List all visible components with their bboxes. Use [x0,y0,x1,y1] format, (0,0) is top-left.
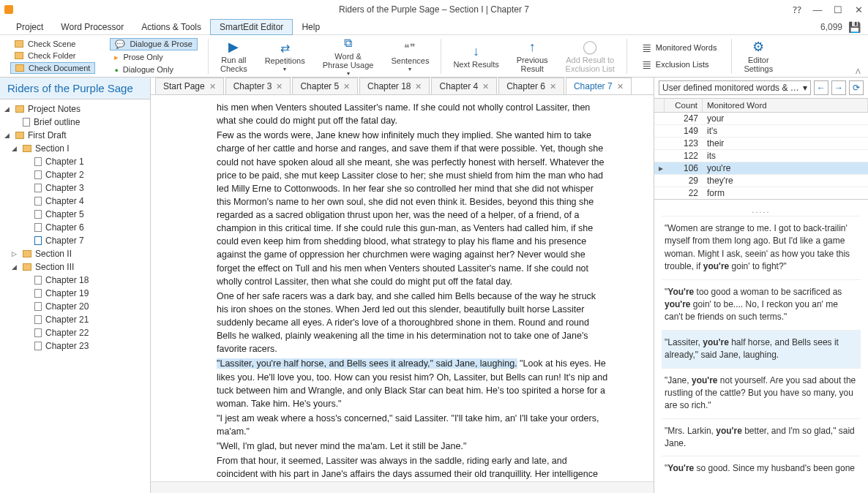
grid-row[interactable]: 22form [654,187,868,199]
tree-chapter-7[interactable]: Chapter 7 [0,234,150,247]
doc-paragraph[interactable]: his men when Venters shouted Lassiter's … [217,101,610,127]
excerpt-item[interactable]: "You're too good a woman to be sacrifice… [662,279,861,330]
tab-chapter-5[interactable]: Chapter 5✕ [292,78,358,94]
tree-chapter-4[interactable]: Chapter 4 [0,195,150,208]
project-tree: ◢Project Notes Brief outline ◢First Draf… [0,99,150,493]
tree-section-1[interactable]: ◢Section I [0,142,150,155]
dialogue-only-button[interactable]: Dialogue Only [110,64,198,75]
results-next-button[interactable]: → [831,80,846,95]
tab-chapter-18[interactable]: Chapter 18✕ [359,78,430,94]
grid-row[interactable]: 247your [654,113,868,125]
doc-paragraph[interactable]: One of her safe racers was a dark bay, a… [217,290,610,356]
editor-settings-button[interactable]: Editor Settings [738,37,779,75]
prose-icon [114,53,119,62]
tab-chapter-6[interactable]: Chapter 6✕ [498,78,564,94]
tree-chapter-1[interactable]: Chapter 1 [0,155,150,168]
grid-header-count[interactable]: Count [665,99,703,112]
tree-project-notes[interactable]: ◢Project Notes [0,102,150,116]
results-refresh-button[interactable]: ⟳ [849,80,864,95]
tree-chapter-5[interactable]: Chapter 5 [0,208,150,221]
word-phrase-usage-button[interactable]: Word & Phrase Usage▾ [317,34,380,78]
monitored-words-button[interactable]: Monitored Words [637,40,722,56]
tab-chapter-4[interactable]: Chapter 4✕ [431,78,497,94]
grid-row[interactable]: 123their [654,138,868,150]
tab-start-page[interactable]: Start Page✕ [155,78,224,94]
prose-only-button[interactable]: Prose Only [110,52,198,63]
run-all-checks-button[interactable]: Run all Checks [214,37,253,75]
grid-header-word[interactable]: Monitored Word [703,99,868,112]
exclusion-lists-button[interactable]: Exclusion Lists [637,57,722,72]
tree-brief-outline[interactable]: Brief outline [0,116,150,129]
arrow-up-icon [529,39,536,55]
grid-row[interactable]: ▸106you're [654,162,868,175]
maximize-button[interactable]: ☐ [831,3,845,16]
grid-row[interactable]: 149it's [654,125,868,138]
tree-first-draft[interactable]: ◢First Draft [0,129,150,142]
tree-chapter-23[interactable]: Chapter 23 [0,339,150,353]
add-exclusion-button[interactable]: Add Result to Exclusion List [560,37,621,75]
next-results-button[interactable]: Next Results [447,42,504,70]
minimize-button[interactable]: — [811,3,824,16]
close-icon[interactable]: ✕ [482,82,489,91]
previous-result-button[interactable]: Previous Result [511,37,554,75]
close-icon[interactable]: ✕ [276,82,283,91]
close-button[interactable]: ✕ [852,3,865,16]
tab-chapter-7[interactable]: Chapter 7✕ [566,78,632,94]
document-content[interactable]: his men when Venters shouted Lassiter's … [151,95,654,481]
play-icon [228,39,239,55]
arrow-down-icon [473,43,479,59]
doc-paragraph[interactable]: "Well, I'm glad, but never mind the ma'a… [217,440,610,453]
doc-paragraph[interactable]: "Lassiter, you're half horse, and Bells … [217,357,610,410]
horizontal-scrollbar[interactable] [151,481,654,493]
tree-chapter-18[interactable]: Chapter 18 [0,274,150,287]
grid-row[interactable]: 29they're [654,175,868,187]
menu-actions-tools[interactable]: Actions & Tools [132,20,210,34]
ribbon: Check Scene Check Folder Check Document … [0,35,868,78]
word-count: 6,099 [820,22,842,32]
doc-paragraph[interactable]: From that hour, it seemed, Lassiter was … [217,454,610,481]
quotes-icon [404,39,416,56]
help-button[interactable]: ⁇ [790,3,804,16]
tree-chapter-2[interactable]: Chapter 2 [0,168,150,181]
app-icon [4,5,13,14]
check-folder-button[interactable]: Check Folder [10,50,95,61]
excerpt-item[interactable]: "Lassiter, you're half horse, and Bells … [662,330,861,368]
close-icon[interactable]: ✕ [209,82,216,91]
menu-word-processor[interactable]: Word Processor [52,20,132,34]
tree-section-3[interactable]: ◢Section III [0,260,150,274]
dialogue-prose-button[interactable]: Dialogue & Prose [110,38,198,50]
results-type-dropdown[interactable]: User defined monitored words & …▾ [659,80,811,95]
sentences-button[interactable]: Sentences▾ [385,38,435,74]
save-icon[interactable]: 💾 [848,21,861,33]
check-scene-button[interactable]: Check Scene [10,39,95,49]
tree-chapter-21[interactable]: Chapter 21 [0,313,150,326]
repetitions-button[interactable]: Repetitions▾ [259,38,311,74]
grid-row[interactable]: 122its [654,150,868,162]
menu-smartedit-editor[interactable]: SmartEdit Editor [210,19,293,35]
ribbon-collapse-icon[interactable]: ᐱ [856,67,861,75]
tree-chapter-6[interactable]: Chapter 6 [0,221,150,234]
circle-icon [583,39,597,55]
excerpt-item[interactable]: "Women are strange to me. I got to back-… [662,216,861,279]
results-prev-button[interactable]: ← [814,80,828,95]
close-icon[interactable]: ✕ [415,82,422,91]
tree-chapter-20[interactable]: Chapter 20 [0,300,150,313]
highlighted-match[interactable]: "Lassiter, you're half horse, and Bells … [217,358,517,369]
excerpt-item[interactable]: "You're so good. Since my husband's been… [662,456,861,481]
tree-section-2[interactable]: ▷Section II [0,247,150,260]
tree-chapter-22[interactable]: Chapter 22 [0,326,150,339]
close-icon[interactable]: ✕ [617,82,624,91]
tab-chapter-3[interactable]: Chapter 3✕ [225,78,291,94]
close-icon[interactable]: ✕ [343,82,350,91]
tree-chapter-3[interactable]: Chapter 3 [0,181,150,195]
menu-help[interactable]: Help [293,20,329,34]
tree-chapter-19[interactable]: Chapter 19 [0,287,150,300]
doc-paragraph[interactable]: "I jest am weak where a hoss's concerned… [217,412,610,438]
close-icon[interactable]: ✕ [550,82,556,91]
check-document-button[interactable]: Check Document [10,62,95,74]
gear-icon [752,39,764,55]
excerpt-item[interactable]: "Jane, you're not yourself. Are you sad … [662,368,861,418]
doc-paragraph[interactable]: Few as the words were, Jane knew how inf… [217,129,610,288]
menu-project[interactable]: Project [7,20,52,34]
excerpt-item[interactable]: "Mrs. Larkin, you're better, and I'm so … [662,418,861,456]
